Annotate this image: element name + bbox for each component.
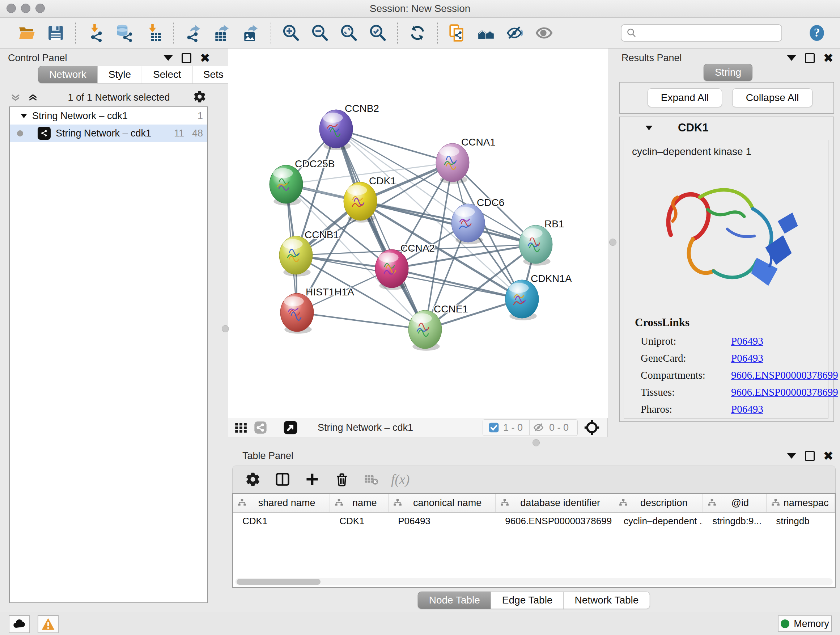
network-node[interactable] xyxy=(280,293,314,334)
show-columns-icon[interactable] xyxy=(272,469,293,489)
expand-all-button[interactable]: Expand All xyxy=(647,88,722,107)
right-splitter-handle[interactable] xyxy=(609,239,616,246)
table-cell[interactable]: cyclin–dependent ... xyxy=(614,513,703,529)
birdseye-view-icon[interactable] xyxy=(282,420,299,435)
home-icon[interactable] xyxy=(476,23,496,43)
tab-select[interactable]: Select xyxy=(142,66,193,83)
column-header[interactable]: namespac xyxy=(767,494,835,512)
grid-view-icon[interactable] xyxy=(233,420,249,435)
export-network-icon[interactable] xyxy=(183,23,203,43)
string-network-graph[interactable]: CCNB2CCNA1CDC25BCDK1CDC6RB1CCNB1CCNA2CDK… xyxy=(228,49,608,418)
zoom-out-icon[interactable] xyxy=(309,23,330,43)
panel-collapse-icon[interactable] xyxy=(787,453,796,459)
collapse-all-networks-icon[interactable] xyxy=(10,95,21,101)
delete-table-icon[interactable] xyxy=(362,469,382,489)
export-image-icon[interactable] xyxy=(241,23,261,43)
open-session-icon[interactable] xyxy=(17,23,37,43)
table-cell[interactable]: 9606.ENSP00000378699 xyxy=(496,513,614,529)
search-input[interactable] xyxy=(621,24,782,42)
crosslink-link[interactable]: 9606.ENSP00000378699 xyxy=(731,386,838,398)
tree-expand-icon[interactable] xyxy=(19,111,28,120)
hide-selected-icon[interactable] xyxy=(505,23,525,43)
tab-edge-table[interactable]: Edge Table xyxy=(491,592,564,609)
zoom-fit-icon[interactable] xyxy=(339,23,359,43)
network-node[interactable] xyxy=(436,143,469,184)
horizontal-splitter-handle[interactable] xyxy=(532,439,540,447)
panel-float-icon[interactable] xyxy=(805,451,815,461)
network-row-selected[interactable]: String Network – cdk1 11 48 xyxy=(10,125,207,142)
import-table-file-icon[interactable] xyxy=(143,23,164,43)
column-header[interactable]: @id xyxy=(703,494,767,512)
tab-string[interactable]: String xyxy=(704,64,752,81)
network-status-dot xyxy=(17,130,23,136)
export-table-icon[interactable] xyxy=(212,23,232,43)
section-collapse-icon[interactable] xyxy=(644,123,654,133)
help-button[interactable]: ? xyxy=(807,23,827,43)
network-view-mode-icon[interactable] xyxy=(252,420,269,435)
panel-close-icon[interactable]: ✖ xyxy=(200,53,210,63)
table-row[interactable]: CDK1CDK1P064939606.ENSP00000378699cyclin… xyxy=(233,513,835,529)
table-cell[interactable]: CDK1 xyxy=(330,513,388,529)
left-splitter-handle[interactable] xyxy=(222,325,229,333)
expand-all-networks-icon[interactable] xyxy=(27,95,38,101)
refresh-icon[interactable] xyxy=(407,23,428,43)
column-header[interactable]: description xyxy=(614,494,703,512)
zoom-selected-icon[interactable] xyxy=(368,23,388,43)
tab-node-table[interactable]: Node Table xyxy=(418,592,491,609)
crosslink-link[interactable]: 9606.ENSP00000378699 xyxy=(731,369,838,381)
table-cell[interactable]: stringdb:9... xyxy=(703,513,767,529)
column-header[interactable]: database identifier xyxy=(496,494,614,512)
collapse-all-button[interactable]: Collapse All xyxy=(732,88,813,107)
function-builder-button[interactable]: f(x) xyxy=(391,469,409,489)
panel-float-icon[interactable] xyxy=(182,53,191,63)
panel-collapse-icon[interactable] xyxy=(787,55,796,61)
tab-style[interactable]: Style xyxy=(97,66,142,83)
create-column-icon[interactable] xyxy=(302,469,322,489)
network-options-gear-icon[interactable] xyxy=(193,90,207,105)
memory-button[interactable]: Memory xyxy=(778,616,832,632)
crosslink-link[interactable]: P06493 xyxy=(731,403,763,415)
column-header[interactable]: canonical name xyxy=(388,494,496,512)
hidden-node-edge-count: 0 - 0 xyxy=(549,422,569,433)
panel-close-icon[interactable]: ✖ xyxy=(823,53,834,63)
crosslink-link[interactable]: P06493 xyxy=(731,352,763,364)
hidden-eye-icon[interactable] xyxy=(532,421,546,434)
warnings-button[interactable] xyxy=(38,615,58,633)
panel-float-icon[interactable] xyxy=(805,53,815,63)
tab-network-table[interactable]: Network Table xyxy=(563,592,650,609)
network-collection-row[interactable]: String Network – cdk1 1 xyxy=(10,107,207,125)
network-canvas[interactable]: CCNB2CCNA1CDC25BCDK1CDC6RB1CCNB1CCNA2CDK… xyxy=(228,49,608,418)
network-node[interactable] xyxy=(344,182,377,223)
clone-network-icon[interactable] xyxy=(447,23,467,43)
network-node[interactable] xyxy=(375,249,409,290)
table-cell[interactable]: P06493 xyxy=(388,513,496,529)
network-node[interactable] xyxy=(452,204,485,244)
tab-network[interactable]: Network xyxy=(38,66,98,83)
network-node[interactable] xyxy=(270,165,303,206)
panel-close-icon[interactable]: ✖ xyxy=(823,451,834,461)
network-node[interactable] xyxy=(319,110,353,150)
panel-collapse-icon[interactable] xyxy=(164,55,173,61)
import-network-file-icon[interactable] xyxy=(85,23,106,43)
column-header[interactable]: shared name xyxy=(233,494,330,512)
zoom-in-icon[interactable] xyxy=(281,23,301,43)
table-settings-gear-icon[interactable] xyxy=(243,469,263,489)
network-node[interactable] xyxy=(505,280,538,320)
scrollbar-thumb[interactable] xyxy=(237,579,321,585)
network-node[interactable] xyxy=(519,225,553,266)
show-all-icon[interactable] xyxy=(534,23,554,43)
save-session-icon[interactable] xyxy=(46,23,66,43)
delete-column-trash-icon[interactable] xyxy=(332,469,352,489)
network-node[interactable] xyxy=(409,310,442,351)
import-network-database-icon[interactable] xyxy=(114,23,134,43)
svg-text:CDC25B: CDC25B xyxy=(295,158,335,169)
table-cell[interactable]: CDK1 xyxy=(233,513,330,529)
table-cell[interactable]: stringdb xyxy=(767,513,835,529)
network-node[interactable] xyxy=(279,236,313,277)
column-header[interactable]: name xyxy=(330,494,388,512)
selected-checkbox-icon[interactable] xyxy=(488,422,500,433)
cloud-status-button[interactable] xyxy=(9,615,30,633)
crosslink-link[interactable]: P06493 xyxy=(731,335,763,347)
table-horizontal-scrollbar[interactable] xyxy=(235,578,833,585)
fit-selected-crosshair-icon[interactable] xyxy=(584,420,600,435)
